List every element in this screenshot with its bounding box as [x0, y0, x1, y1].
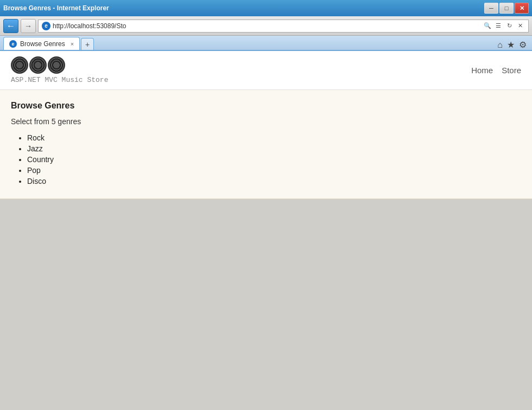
page-title: Browse Genres	[11, 101, 521, 111]
new-tab-button[interactable]: +	[81, 38, 94, 50]
list-item[interactable]: Country	[27, 155, 521, 164]
genre-subtitle: Select from 5 genres	[11, 117, 521, 126]
site-footer	[0, 199, 532, 410]
window-controls: ─ □ ✕	[484, 3, 529, 14]
stop-button[interactable]: ✕	[515, 21, 525, 31]
settings-icon[interactable]: ⚙	[519, 40, 527, 50]
site-navigation: Home Store	[471, 66, 521, 75]
address-bar[interactable]: e http://localhost:53089/Sto 🔍 ☰ ↻ ✕	[38, 20, 529, 33]
search-button[interactable]: 🔍	[483, 21, 492, 31]
list-item[interactable]: Jazz	[27, 144, 521, 153]
list-item[interactable]: Pop	[27, 166, 521, 175]
main-content: Browse Genres Select from 5 genres RockJ…	[0, 90, 532, 199]
minimize-button[interactable]: ─	[484, 3, 498, 14]
restore-button[interactable]: □	[499, 3, 514, 14]
tab-favicon-icon: e	[9, 40, 17, 48]
favorites-icon[interactable]: ★	[507, 40, 515, 50]
close-button[interactable]: ✕	[515, 3, 529, 14]
genre-list: RockJazzCountryPopDisco	[11, 133, 521, 185]
url-text: http://localhost:53089/Sto	[53, 22, 480, 30]
navigation-toolbar: ← → e http://localhost:53089/Sto 🔍 ☰ ↻ ✕	[0, 16, 532, 36]
site-header: ASP.NET MVC Music Store Home Store	[0, 51, 532, 90]
site-name: ASP.NET MVC Music Store	[11, 76, 108, 84]
title-bar: Browse Genres - Internet Explorer ─ □ ✕	[0, 0, 532, 16]
vinyl-record-3	[48, 56, 65, 74]
active-tab[interactable]: e Browse Genres ×	[3, 37, 80, 50]
tab-close-button[interactable]: ×	[71, 41, 74, 47]
back-button[interactable]: ←	[3, 19, 18, 33]
tab-bar: e Browse Genres × + ⌂ ★ ⚙	[0, 36, 532, 51]
home-nav-link[interactable]: Home	[471, 66, 493, 75]
forward-button[interactable]: →	[21, 19, 36, 33]
title-bar-left: Browse Genres - Internet Explorer	[3, 4, 109, 12]
address-actions: 🔍 ☰ ↻ ✕	[483, 21, 525, 31]
home-icon[interactable]: ⌂	[497, 40, 503, 50]
vinyl-record-2	[29, 56, 47, 74]
tab-label: Browse Genres	[20, 40, 65, 48]
list-item[interactable]: Rock	[27, 133, 521, 142]
browser-window: Browse Genres - Internet Explorer ─ □ ✕ …	[0, 0, 532, 410]
site-logo	[11, 56, 108, 74]
logo-area: ASP.NET MVC Music Store	[11, 56, 108, 84]
compat-button[interactable]: ☰	[493, 21, 503, 31]
list-item[interactable]: Disco	[27, 177, 521, 185]
browser-content: ASP.NET MVC Music Store Home Store Brows…	[0, 51, 532, 410]
vinyl-record-1	[11, 56, 28, 74]
window-title: Browse Genres - Internet Explorer	[3, 4, 109, 12]
refresh-button[interactable]: ↻	[504, 21, 514, 31]
store-nav-link[interactable]: Store	[502, 66, 521, 75]
ie-favicon-icon: e	[42, 22, 50, 30]
